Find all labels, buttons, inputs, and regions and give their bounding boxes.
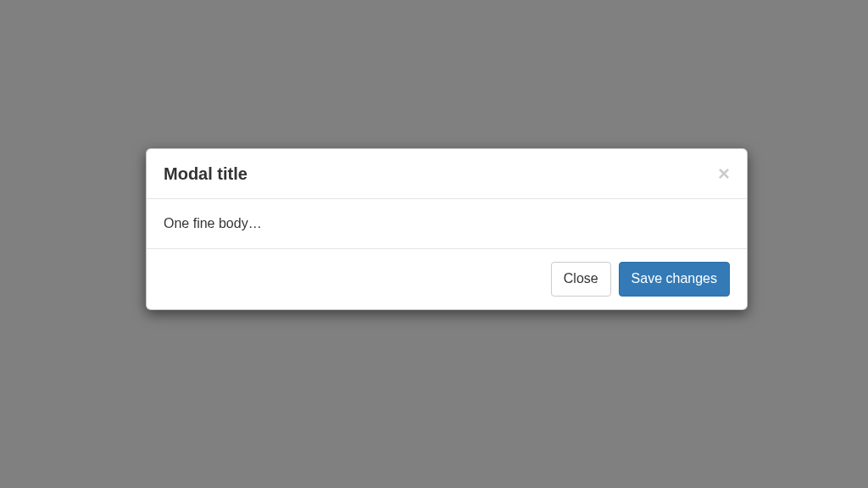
close-button[interactable]: Close <box>551 262 611 297</box>
modal-dialog: Modal title × One fine body… Close Save … <box>146 148 748 310</box>
modal-body: One fine body… <box>147 199 747 249</box>
modal-header: Modal title × <box>147 149 747 199</box>
modal-content: Modal title × One fine body… Close Save … <box>146 148 748 310</box>
save-button[interactable]: Save changes <box>619 262 730 297</box>
modal-footer: Close Save changes <box>147 249 747 309</box>
close-icon[interactable]: × <box>718 164 730 184</box>
modal-body-text: One fine body… <box>164 216 730 231</box>
modal-title: Modal title <box>164 162 248 186</box>
